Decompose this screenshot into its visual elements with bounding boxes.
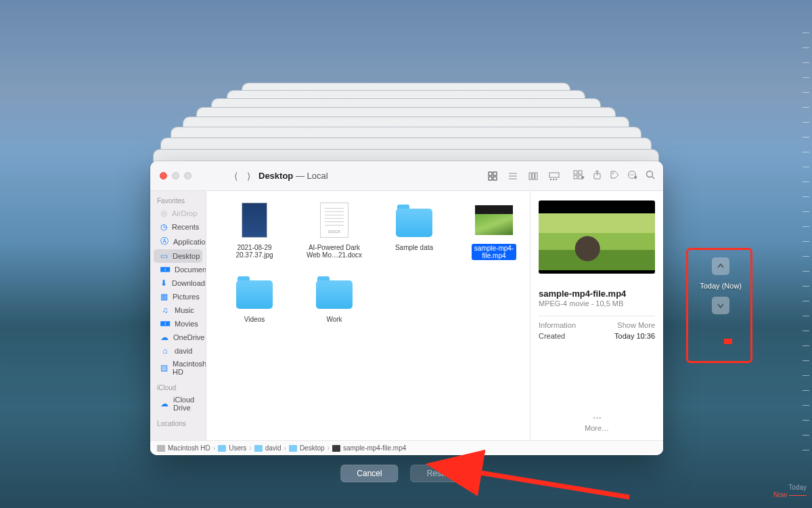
folder-icon [218, 445, 226, 452]
path-segment[interactable]: Macintosh HD [168, 444, 210, 452]
cloud-icon: ☁ [160, 333, 168, 342]
sidebar-section-header: Favorites [150, 191, 206, 207]
preview-more[interactable]: ⋯ More… [539, 407, 655, 435]
preview-created-label: Created [539, 332, 565, 340]
zoom-window-button[interactable] [184, 172, 191, 179]
sidebar-item-label: Macintosh HD [173, 360, 206, 376]
file-label: sample-mp4-file.mp4 [472, 244, 516, 260]
sidebar-item-label: OneDrive [173, 333, 204, 341]
sidebar-item-label: Downloads [172, 279, 206, 287]
sidebar-item-onedrive[interactable]: ☁OneDrive [154, 331, 202, 344]
sidebar-item-movies[interactable]: 🀰Movies [154, 317, 202, 331]
sidebar-section-header: Locations [150, 414, 206, 429]
window-controls [150, 172, 231, 179]
file-item[interactable]: sample-mp4-file.mp4 [464, 200, 524, 260]
sidebar-item-label: iCloud Drive [173, 396, 196, 412]
cancel-button[interactable]: Cancel [340, 465, 398, 482]
timeline-next-button[interactable] [712, 297, 729, 314]
sidebar-item-label: david [175, 347, 192, 355]
sidebar-item-label: Documents [175, 266, 206, 274]
search-button[interactable] [646, 170, 655, 182]
file-item[interactable]: Sample data [384, 200, 445, 260]
preview-created-value: Today 10:36 [614, 332, 655, 340]
sidebar-item-desktop[interactable]: ▭Desktop [154, 249, 202, 263]
timeline-prev-button[interactable] [712, 257, 729, 275]
tags-button[interactable] [610, 170, 619, 182]
video-thumbnail-icon [475, 205, 513, 235]
home-icon: ⌂ [160, 346, 170, 356]
path-bar: Macintosh HD›Users›david›Desktop›sample-… [150, 440, 663, 455]
file-label: Work [326, 316, 342, 323]
svg-rect-1 [493, 172, 497, 175]
svg-line-26 [652, 177, 655, 179]
group-by-button[interactable]: ▾ [573, 170, 585, 182]
minimize-window-button[interactable] [172, 172, 179, 179]
svg-line-27 [472, 471, 629, 497]
sidebar-item-label: AirDrop [172, 209, 197, 217]
sidebar-item-music[interactable]: ♫Music [154, 303, 202, 317]
path-segment[interactable]: sample-mp4-file.mp4 [343, 444, 406, 452]
sidebar-item-downloads[interactable]: ⬇Downloads [154, 276, 202, 290]
action-menu-button[interactable]: ▾ [627, 170, 637, 182]
sidebar-item-documents[interactable]: 🀰Documents [154, 263, 202, 276]
music-icon: ♫ [160, 305, 170, 315]
sidebar-item-label: Music [175, 306, 194, 314]
chevron-right-icon: › [213, 444, 215, 452]
file-item[interactable]: 2021-08-2920.37.37.jpg [224, 200, 285, 260]
image-thumbnail-icon [242, 203, 267, 238]
sidebar-item-recents[interactable]: ◷Recents [154, 220, 202, 234]
window-title-sub: — Local [296, 171, 328, 181]
sidebar-item-david[interactable]: ⌂david [154, 344, 202, 358]
folder-icon [396, 209, 432, 237]
svg-rect-13 [556, 179, 557, 180]
preview-filename: sample-mp4-file.mp4 [539, 289, 655, 299]
svg-rect-0 [489, 172, 492, 175]
folder-icon [254, 445, 263, 452]
sidebar-item-label: Movies [175, 320, 198, 328]
folder-icon [316, 280, 353, 309]
folder-icon [289, 445, 297, 452]
svg-rect-14 [574, 171, 577, 174]
file-item[interactable]: AI-Powered DarkWeb Mo…21.docx [304, 200, 365, 260]
sidebar-item-applications[interactable]: ⒶApplications [154, 234, 202, 249]
docx-icon [320, 203, 348, 238]
back-button[interactable]: ⟨ [234, 171, 238, 182]
column-view-button[interactable] [523, 168, 543, 184]
preview-show-more[interactable]: Show More [617, 321, 655, 329]
list-view-button[interactable] [503, 168, 523, 184]
svg-point-25 [647, 171, 653, 177]
sidebar-item-label: Applications [173, 238, 206, 246]
sidebar-item-icloud-drive[interactable]: ☁iCloud Drive [154, 394, 202, 414]
close-window-button[interactable] [160, 172, 167, 179]
file-label: AI-Powered DarkWeb Mo…21.docx [307, 244, 362, 259]
more-icon: ⋯ [539, 412, 655, 423]
path-segment[interactable]: david [265, 444, 281, 452]
sidebar-item-airdrop: ◎AirDrop [154, 207, 202, 220]
restore-button[interactable]: Restore [411, 465, 472, 482]
preview-info-header: Information [539, 321, 576, 329]
timeline-now: Now [773, 491, 787, 499]
svg-point-20 [612, 173, 614, 174]
preview-thumbnail [539, 200, 655, 274]
chevron-right-icon: › [284, 444, 286, 452]
forward-button[interactable]: ⟩ [247, 171, 250, 182]
sidebar-item-macintosh-hd[interactable]: ▤Macintosh HD [154, 358, 202, 378]
gallery-view-button[interactable] [543, 168, 565, 184]
file-item[interactable]: Videos [224, 272, 285, 323]
hd-icon [157, 445, 165, 452]
share-button[interactable] [593, 170, 602, 182]
file-label: Sample data [395, 244, 433, 251]
svg-rect-10 [549, 173, 559, 177]
file-item[interactable]: Work [304, 272, 365, 323]
airdrop-icon: ◎ [160, 209, 167, 218]
timeline-nav: Today (Now) [700, 257, 742, 314]
preview-filetype: MPEG-4 movie - 10,5 MB [539, 299, 655, 308]
path-segment[interactable]: Users [229, 444, 246, 452]
svg-rect-8 [533, 173, 535, 179]
sidebar: Favorites◎AirDrop◷RecentsⒶApplications▭D… [150, 191, 206, 440]
sidebar-item-pictures[interactable]: ▦Pictures [154, 290, 202, 303]
svg-point-23 [631, 174, 633, 175]
path-segment[interactable]: Desktop [300, 444, 325, 452]
file-label: Videos [244, 316, 265, 323]
icon-view-button[interactable] [482, 168, 503, 184]
